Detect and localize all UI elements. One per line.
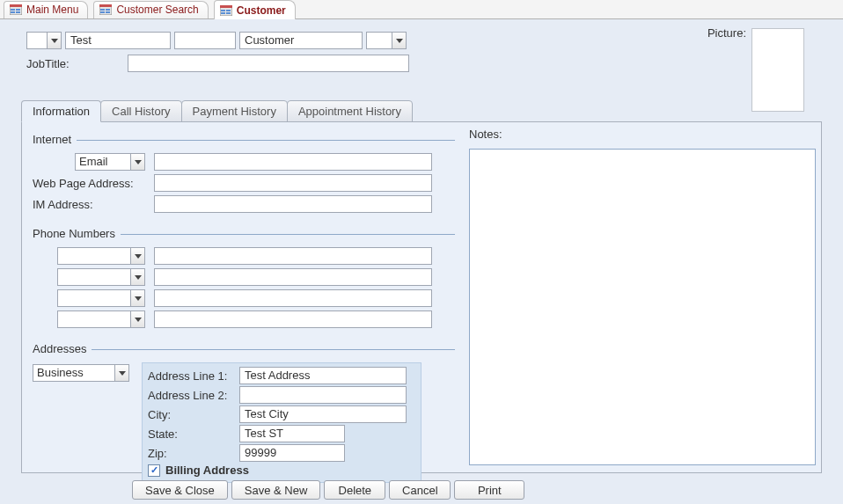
nav-tab-label: Main Menu	[26, 4, 78, 16]
divider-line	[92, 349, 455, 350]
phone3-field[interactable]	[154, 289, 432, 307]
sub-tabs: Information Call History Payment History…	[21, 100, 412, 122]
notes-textarea[interactable]	[469, 149, 816, 465]
tab-payment-history[interactable]: Payment History	[181, 100, 288, 122]
notes-label: Notes:	[469, 128, 502, 141]
svg-rect-14	[221, 10, 225, 11]
email-type-select[interactable]: Email	[75, 153, 145, 171]
addr-line2-field[interactable]	[239, 386, 407, 404]
picture-box[interactable]	[751, 28, 804, 112]
address-type-value: Business	[33, 365, 114, 381]
suffix-select[interactable]	[366, 32, 407, 49]
addr-zip-field[interactable]: 99999	[239, 444, 345, 462]
dropdown-icon[interactable]	[130, 248, 144, 264]
svg-rect-11	[106, 11, 110, 13]
phone4-field[interactable]	[154, 310, 432, 328]
addr-city-value: Test City	[245, 407, 289, 420]
svg-rect-4	[11, 11, 15, 13]
address-type-select[interactable]: Business	[33, 364, 129, 382]
phone3-type-select[interactable]	[57, 289, 145, 307]
svg-rect-7	[99, 4, 112, 7]
webpage-field[interactable]	[154, 174, 432, 192]
left-column: Internet Email Web Page Address: IM Addr…	[33, 128, 455, 483]
dropdown-icon[interactable]	[130, 311, 144, 327]
last-name-field[interactable]: Customer	[239, 32, 363, 49]
nav-tab-label: Customer	[237, 4, 286, 17]
addr-state-field[interactable]: Test ST	[239, 425, 345, 442]
svg-rect-10	[100, 11, 105, 13]
phone2-field[interactable]	[154, 268, 432, 286]
divider-line	[121, 234, 455, 235]
im-label: IM Address:	[33, 198, 145, 211]
navigation-tabs: Main Menu Customer Search Customer	[0, 0, 843, 19]
customer-form-area: Test Customer JobTitle: Picture: Informa…	[0, 19, 843, 504]
dropdown-icon[interactable]	[130, 269, 144, 285]
email-field[interactable]	[154, 153, 432, 171]
save-close-button[interactable]: Save & Close	[132, 480, 228, 500]
phone-header: Phone Numbers	[33, 227, 455, 242]
jobtitle-row: JobTitle:	[26, 55, 409, 72]
email-type-value: Email	[76, 154, 130, 170]
svg-rect-2	[11, 9, 15, 11]
svg-rect-15	[226, 10, 231, 11]
dropdown-icon[interactable]	[130, 290, 144, 306]
tab-appointment-history[interactable]: Appointment History	[287, 100, 413, 122]
addr-zip-value: 99999	[245, 446, 276, 459]
nav-tab-main-menu[interactable]: Main Menu	[4, 1, 88, 18]
phone2-type-value	[58, 269, 130, 285]
information-panel: Internet Email Web Page Address: IM Addr…	[21, 121, 822, 473]
addresses-label: Addresses	[33, 342, 86, 355]
phone1-type-select[interactable]	[57, 247, 145, 265]
addresses-header: Addresses	[33, 342, 455, 357]
addr-line1-field[interactable]: Test Address	[239, 367, 407, 384]
svg-rect-16	[221, 12, 225, 14]
phone-label: Phone Numbers	[33, 227, 115, 240]
nav-tab-label: Customer Search	[116, 4, 198, 16]
svg-rect-8	[100, 9, 105, 11]
middle-name-field[interactable]	[174, 32, 236, 49]
phone1-field[interactable]	[154, 247, 432, 265]
addr-state-label: State:	[148, 427, 234, 441]
svg-rect-17	[226, 12, 231, 14]
form-icon	[99, 4, 112, 15]
print-button[interactable]: Print	[454, 480, 524, 500]
cancel-button[interactable]: Cancel	[389, 480, 451, 500]
addr-zip-label: Zip:	[148, 447, 234, 460]
prefix-select[interactable]	[26, 32, 62, 49]
button-row: Save & Close Save & New Delete Cancel Pr…	[132, 480, 524, 500]
form-icon	[220, 5, 232, 16]
save-new-button[interactable]: Save & New	[231, 480, 321, 500]
phone2-type-select[interactable]	[57, 268, 145, 286]
addr-state-value: Test ST	[245, 427, 283, 440]
first-name-value: Test	[70, 33, 92, 47]
phone1-type-value	[58, 248, 130, 264]
billing-address-checkbox[interactable]: ✓	[148, 464, 160, 477]
nav-tab-customer-search[interactable]: Customer Search	[93, 1, 208, 18]
addr-line2-label: Address Line 2:	[148, 389, 234, 402]
dropdown-icon[interactable]	[114, 365, 128, 381]
suffix-select-value	[367, 33, 392, 48]
phone4-type-select[interactable]	[57, 310, 145, 328]
im-field[interactable]	[154, 195, 432, 213]
svg-rect-13	[220, 5, 232, 8]
tab-call-history[interactable]: Call History	[100, 100, 181, 122]
svg-rect-1	[10, 4, 22, 7]
internet-header: Internet	[33, 133, 455, 148]
dropdown-icon[interactable]	[47, 33, 61, 48]
dropdown-icon[interactable]	[130, 154, 144, 170]
dropdown-icon[interactable]	[392, 33, 406, 48]
first-name-field[interactable]: Test	[65, 32, 171, 49]
internet-label: Internet	[33, 133, 71, 146]
jobtitle-field[interactable]	[128, 55, 409, 72]
phone4-type-value	[58, 311, 130, 327]
tab-information[interactable]: Information	[21, 100, 101, 122]
nav-tab-customer[interactable]: Customer	[214, 0, 296, 19]
delete-button[interactable]: Delete	[324, 480, 385, 500]
last-name-value: Customer	[245, 33, 294, 47]
svg-rect-3	[16, 9, 20, 11]
picture-label: Picture:	[707, 26, 746, 40]
divider-line	[77, 140, 455, 141]
webpage-label: Web Page Address:	[33, 177, 145, 190]
addr-city-field[interactable]: Test City	[239, 405, 407, 423]
addr-line1-label: Address Line 1:	[148, 369, 234, 383]
